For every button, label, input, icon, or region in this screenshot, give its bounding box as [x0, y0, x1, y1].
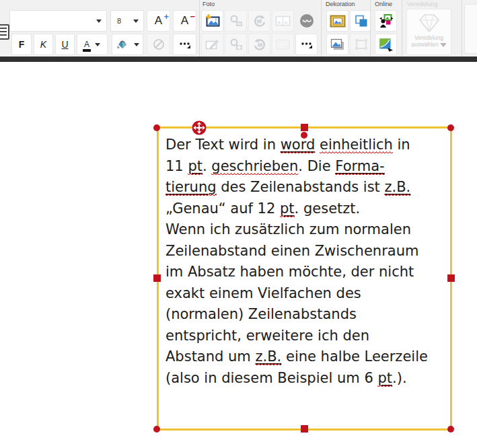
chevron-down-icon [440, 43, 447, 47]
text-line: (normalen) Zeilenabstands [166, 304, 428, 326]
border-decoration-button[interactable] [350, 34, 372, 55]
underline-button[interactable]: U [55, 34, 75, 55]
decrease-font-button[interactable]: A− [173, 10, 196, 32]
diamond-icon [417, 13, 441, 34]
move-icon [191, 120, 207, 136]
font-color-icon: A [84, 40, 89, 48]
text-frame-icon[interactable] [0, 24, 9, 40]
photo-shadow-icon [330, 38, 345, 51]
face-icon [299, 13, 315, 29]
text-line: exakt einem Vielfachen des [166, 283, 428, 305]
resize-handle-bottom-right[interactable] [447, 426, 454, 433]
clipart-button[interactable] [375, 34, 397, 55]
increase-font-button[interactable]: A+ [147, 10, 170, 32]
rotate-left-icon [252, 38, 267, 51]
resize-handle-bottom-left[interactable] [153, 426, 160, 433]
share-photo-button[interactable] [375, 10, 397, 32]
text-line: Abstand um z.B. eine halbe Leerzeile [166, 346, 428, 368]
page-canvas: Der Text wird in word einheitlich in11 p… [0, 62, 477, 448]
framed-photo-icon [330, 15, 346, 28]
chevron-down-icon [95, 43, 100, 46]
text-line: tierung des Zeilenabstands ist z.B. [166, 177, 428, 198]
online-group-label: Online [375, 1, 392, 7]
zoom-in-photo-button[interactable] [225, 34, 247, 55]
ellipsis-icon [179, 40, 191, 49]
text-box[interactable]: Der Text wird in word einheitlich in11 p… [157, 126, 452, 431]
photo-options-button[interactable] [272, 10, 294, 32]
veredelung-group-label: Veredelung [407, 1, 438, 7]
chevron-down-icon [96, 20, 102, 23]
shadow-decoration-button[interactable] [326, 34, 348, 55]
font-family-select[interactable] [9, 10, 107, 32]
magnifier-plus-icon [229, 38, 244, 51]
rotate-right-icon [252, 14, 267, 28]
move-handle[interactable] [191, 120, 207, 136]
veredelung-button-label: Veredelung auswählen [411, 34, 447, 48]
zoom-out-photo-button[interactable] [225, 10, 247, 32]
font-color-button[interactable]: A [77, 34, 108, 55]
no-style-button[interactable] [147, 34, 170, 55]
text-line: im Absatz haben möchte, der nicht [166, 262, 428, 283]
foto-more-button[interactable] [295, 34, 318, 55]
paint-bucket-icon [116, 39, 129, 50]
increase-font-label: A+ [155, 14, 162, 28]
text-line: entspricht, erweitere ich den [166, 326, 428, 347]
resize-handle-right[interactable] [447, 274, 455, 282]
font-size-select[interactable]: 8 [110, 10, 144, 32]
rotate-handle[interactable] [301, 132, 307, 139]
pencil-photo-icon [205, 38, 220, 50]
text-line: Zeilenabstand einen Zwischenraum [166, 241, 428, 262]
app-window: 8 A+ A− F K U A [0, 0, 477, 448]
text-more-button[interactable] [173, 34, 196, 55]
toolbar: 8 A+ A− F K U A [0, 0, 477, 57]
toolbar-divider [0, 57, 477, 62]
text-line: 11 pt. geschrieben. Die Forma- [166, 156, 428, 178]
text-line: Der Text wird in word einheitlich in [166, 135, 428, 156]
edit-photo-button[interactable] [201, 34, 223, 55]
clipped-panel [464, 4, 477, 54]
mask-decoration-button[interactable] [350, 10, 372, 32]
frame-icon [275, 38, 291, 50]
clipart-icon [378, 38, 394, 52]
rotate-right-button[interactable] [248, 10, 270, 32]
chevron-down-icon [133, 20, 139, 23]
share-photo-icon [378, 13, 394, 28]
resize-handle-bottom[interactable] [301, 425, 308, 433]
fill-color-button[interactable] [112, 34, 143, 55]
bold-button[interactable]: F [11, 34, 32, 55]
italic-button[interactable]: K [34, 34, 53, 55]
text-line: „Genau“ auf 12 pt. gesetzt. [166, 198, 428, 220]
add-photo-icon [205, 14, 221, 28]
foto-group-label: Foto [203, 1, 215, 7]
frame-decoration-button[interactable] [326, 10, 348, 32]
rotate-left-button[interactable] [248, 34, 270, 55]
resize-handle-top-right[interactable] [447, 124, 454, 131]
blocked-icon [153, 38, 165, 50]
overlap-squares-icon [354, 14, 369, 28]
font-size-value: 8 [117, 17, 121, 25]
frame-photo-button[interactable] [272, 34, 294, 55]
add-photo-button[interactable] [201, 10, 223, 32]
veredelung-select-button[interactable]: Veredelung auswählen [406, 9, 451, 55]
chevron-down-icon [134, 43, 139, 46]
text-line: Wenn ich zusätzlich zum normalen [166, 219, 428, 241]
resize-handle-top[interactable] [301, 124, 308, 131]
decrease-font-label: A− [181, 14, 188, 28]
resize-handle-left[interactable] [153, 274, 161, 282]
text-line: (also in diesem Beispiel um 6 pt.). [166, 368, 428, 389]
border-frame-icon [354, 38, 369, 51]
ellipsis-icon [301, 40, 313, 49]
face-correction-button[interactable] [295, 10, 318, 32]
photo-pair-icon [275, 15, 291, 27]
textbox-text: Der Text wird in word einheitlich in11 p… [166, 135, 428, 389]
magnifier-minus-icon [229, 14, 244, 28]
dekoration-group-label: Dekoration [326, 1, 355, 7]
resize-handle-top-left[interactable] [153, 124, 160, 131]
